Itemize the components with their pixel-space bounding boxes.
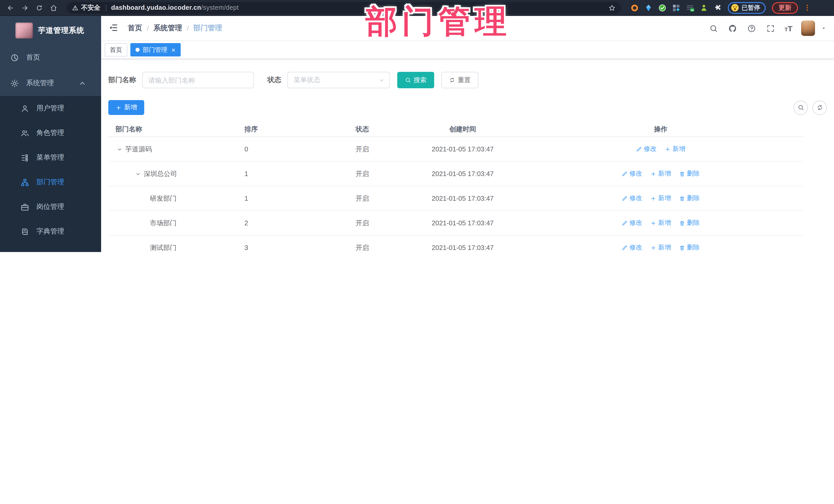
sidebar-item-用户管理[interactable]: 用户管理 [0,96,101,120]
dept-name-input[interactable] [142,72,254,88]
sidebar: 芋道管理系统 首页系统管理用户管理角色管理菜单管理部门管理岗位管理字典管理通知公… [0,16,101,252]
row-delete-link[interactable]: 删除 [679,243,700,252]
ext-puzzle-icon[interactable] [712,3,723,13]
sidebar-item-label: 用户管理 [37,104,94,113]
tag-部门管理[interactable]: 部门管理× [130,43,180,57]
dept-name-cell: 市场部门 [108,218,240,227]
table-row: 深圳总公司1开启2021-01-05 17:03:47修改新增删除 [108,162,803,186]
browser-back-button[interactable] [4,2,17,14]
row-edit-link[interactable]: 修改 [622,194,642,203]
ext-person-icon[interactable] [699,3,709,13]
emoji-face-icon [731,4,739,12]
row-add-link[interactable]: 新增 [651,243,671,252]
sort-cell: 0 [240,145,352,153]
book-icon [21,227,29,236]
toggle-search-button[interactable] [793,100,808,115]
app-logo-row[interactable]: 芋道管理系统 [0,16,101,45]
breadcrumb-home[interactable]: 首页 [128,24,142,33]
avatar-caret-icon[interactable] [821,25,827,31]
reset-button[interactable]: 重置 [441,72,478,88]
tag-首页[interactable]: 首页 [105,43,127,57]
reload-icon [35,4,43,12]
row-add-link[interactable]: 新增 [651,169,671,178]
ext-check-icon[interactable] [657,3,667,13]
status-select[interactable]: 菜单状态 [287,72,390,88]
sidebar-item-通知公告[interactable]: 通知公告 [0,244,101,252]
row-delete-link[interactable]: 删除 [679,194,700,203]
tree-expand-arrow-icon[interactable] [116,146,123,152]
ext-orange-icon[interactable] [629,3,639,13]
search-icon [797,104,804,111]
hamburger-icon [108,23,118,33]
breadcrumb-system[interactable]: 系统管理 [153,24,182,33]
paused-extension-pill[interactable]: 已暂停 [728,2,766,14]
paused-label: 已暂停 [742,3,760,12]
status-cell: 开启 [352,243,407,252]
bookmark-star-icon[interactable] [608,4,616,12]
row-add-link[interactable]: 新增 [665,145,685,153]
row-edit-link[interactable]: 修改 [622,219,642,227]
address-bar[interactable]: 不安全 dashboard.yudao.iocoder.cn/system/de… [67,2,621,14]
dept-name-cell: 测试部门 [108,243,240,252]
browser-home-button[interactable] [47,2,60,14]
warning-icon [72,4,79,11]
tag-label: 部门管理 [143,45,167,54]
reset-button-label: 重置 [458,76,470,84]
ext-gem-icon[interactable] [643,3,653,13]
trash-icon [679,171,685,177]
navbar-actions: TT [708,21,827,36]
row-delete-link[interactable]: 删除 [679,169,700,178]
browser-forward-button[interactable] [19,2,31,14]
sidebar-item-系统管理[interactable]: 系统管理 [0,70,101,96]
sidebar-item-部门管理[interactable]: 部门管理 [0,170,101,195]
sidebar-toggle-button[interactable] [108,23,119,34]
dept-name-text: 芋道源码 [125,145,152,154]
docs-help-button[interactable] [746,23,757,34]
ext-onbadge-icon[interactable]: on [685,3,695,13]
row-action-label: 新增 [658,219,671,227]
row-edit-link[interactable]: 修改 [622,169,642,178]
font-size-icon: T [785,27,788,32]
security-chip[interactable]: 不安全 [72,3,100,12]
close-icon[interactable]: × [171,46,175,53]
dashboard-icon [10,53,19,62]
trash-icon [679,195,685,201]
row-edit-link[interactable]: 修改 [636,145,657,153]
row-action-label: 删除 [687,219,700,227]
pencil-icon [622,195,628,201]
github-button[interactable] [727,23,738,34]
fullscreen-button[interactable] [766,23,776,34]
row-action-label: 删除 [687,194,700,203]
row-edit-link[interactable]: 修改 [622,243,642,252]
font-size-icon: T [788,24,792,32]
row-delete-link[interactable]: 删除 [679,219,700,227]
breadcrumb: 首页 / 系统管理 / 部门管理 [128,24,222,33]
tree-expand-arrow-icon[interactable] [135,171,141,177]
user-avatar[interactable] [801,21,815,36]
add-dept-button[interactable]: 新增 [108,100,144,115]
font-size-button[interactable]: TT [785,24,792,32]
ext-grid-icon[interactable] [671,3,681,13]
browser-reload-button[interactable] [33,2,45,14]
update-button[interactable]: 更新 [772,2,798,14]
table-body: 芋道源码0开启2021-01-05 17:03:47修改新增深圳总公司1开启20… [108,137,803,252]
refresh-table-button[interactable] [812,100,827,115]
row-add-link[interactable]: 新增 [651,194,671,203]
row-add-link[interactable]: 新增 [651,219,671,227]
dept-name-cell: 研发部门 [108,194,240,203]
breadcrumb-separator: / [147,24,149,32]
search-button[interactable]: 搜索 [397,72,434,88]
sidebar-item-字典管理[interactable]: 字典管理 [0,219,101,244]
table-header-row: 部门名称排序状态创建时间操作 [108,122,803,137]
forward-icon [21,4,28,12]
header-search-button[interactable] [708,23,719,34]
status-label: 状态 [267,75,281,85]
browser-menu-dots-icon[interactable] [803,4,811,12]
sidebar-item-首页[interactable]: 首页 [0,45,101,70]
sidebar-item-角色管理[interactable]: 角色管理 [0,120,101,145]
sidebar-item-菜单管理[interactable]: 菜单管理 [0,145,101,170]
breadcrumb-current: 部门管理 [194,24,222,33]
tags-view-bar: 首页部门管理× [101,41,834,59]
sidebar-item-岗位管理[interactable]: 岗位管理 [0,195,101,219]
svg-text:on: on [690,8,694,11]
